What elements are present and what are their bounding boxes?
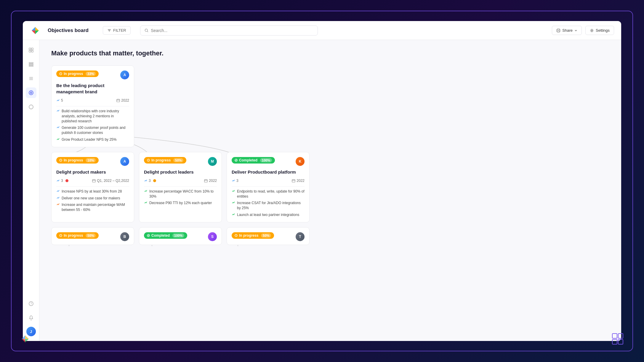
svg-point-11 xyxy=(591,30,593,31)
settings-button[interactable]: Settings xyxy=(585,26,614,35)
key-result-item: Increase percentage WACC from 10% to 30% xyxy=(144,189,217,199)
svg-point-24 xyxy=(31,92,31,93)
svg-marker-53 xyxy=(22,339,25,342)
kr-trend-icon-green xyxy=(56,137,60,141)
outer-border: Objectives board FILTER xyxy=(11,11,633,351)
card-avatar: S xyxy=(208,232,217,241)
card-header: In progress 50% M xyxy=(144,157,217,166)
level-0-row: In progress 33% A Be the leading product… xyxy=(51,65,609,147)
bottom-logo xyxy=(20,334,30,345)
svg-point-25 xyxy=(29,105,33,109)
svg-rect-14 xyxy=(29,50,31,52)
chevron-down-icon xyxy=(574,29,577,32)
bottom-right-icon xyxy=(612,333,624,346)
page-title: Objectives board xyxy=(48,28,89,33)
kr-trend-icon xyxy=(56,126,60,129)
card-header: In progress 50% B xyxy=(56,232,129,241)
sidebar: ? J xyxy=(23,40,39,341)
card-avatar: B xyxy=(120,232,129,241)
status-badge: In progress 50% xyxy=(232,232,274,239)
check-icon xyxy=(147,234,150,237)
key-result-item: Decrease P90 TTI by 12% each quarter xyxy=(144,201,217,206)
status-badge: Completed 100% xyxy=(232,157,275,164)
board-container: In progress 33% A Be the leading product… xyxy=(51,65,609,245)
status-label: In progress xyxy=(64,233,83,238)
status-label: In progress xyxy=(64,72,83,76)
clock-icon xyxy=(235,234,238,237)
sidebar-item-help[interactable]: ? xyxy=(26,298,36,309)
card-meta: 3 Q1, 2 xyxy=(56,179,129,183)
app-logo xyxy=(30,25,41,36)
sidebar-item-bell[interactable] xyxy=(26,313,36,323)
card-level2-1[interactable]: In progress 50% B xyxy=(51,227,134,245)
card-meta: 3 2022 xyxy=(144,179,217,183)
card-avatar: M xyxy=(208,157,217,166)
level-2-row: In progress 50% B xyxy=(51,227,609,245)
card-header: Completed 100% K xyxy=(232,157,305,166)
search-bar[interactable] xyxy=(140,25,318,36)
app-window: Objectives board FILTER xyxy=(23,21,621,341)
share-icon xyxy=(556,28,560,33)
svg-text:?: ? xyxy=(30,302,32,305)
card-level2-2[interactable]: Completed 100% S xyxy=(139,227,222,245)
key-result-item: Grow Product Leader NPS by 25% xyxy=(56,137,129,142)
sidebar-item-list[interactable] xyxy=(26,59,36,70)
clock-icon xyxy=(147,159,150,162)
search-input[interactable] xyxy=(151,28,313,33)
gear-icon xyxy=(590,28,594,33)
card-title: Delight product leaders xyxy=(144,169,217,175)
sidebar-item-compass[interactable] xyxy=(26,102,36,112)
key-result-item: Increase CSAT for Jira/ADO integrations … xyxy=(232,201,305,211)
clock-icon xyxy=(59,72,62,75)
card-avatar: A xyxy=(120,157,129,166)
share-button[interactable]: Share xyxy=(552,26,582,35)
card-delight-makers[interactable]: In progress 10% A Delight product makers xyxy=(51,152,134,222)
filter-button[interactable]: FILTER xyxy=(103,26,131,35)
kr-count: 3 xyxy=(144,179,156,183)
card-date: 2022 xyxy=(292,179,305,183)
status-percent: 10% xyxy=(86,158,96,162)
svg-rect-29 xyxy=(117,99,120,102)
card-be-leading-brand[interactable]: In progress 33% A Be the leading product… xyxy=(51,65,134,147)
calendar-icon xyxy=(116,99,120,102)
card-header: In progress 33% A xyxy=(56,71,129,79)
svg-rect-39 xyxy=(204,180,207,182)
svg-rect-56 xyxy=(618,334,623,338)
key-results: Increase NPS by at least 30% from 28 Del… xyxy=(56,189,129,212)
kr-trend-icon xyxy=(232,213,235,216)
svg-marker-2 xyxy=(32,31,35,34)
svg-rect-15 xyxy=(31,50,33,52)
main-layout: ? J Make products that ma xyxy=(23,40,621,341)
calendar-icon xyxy=(292,179,295,182)
sidebar-item-objectives[interactable] xyxy=(26,87,36,98)
status-percent: 33% xyxy=(86,72,96,76)
status-label: Completed xyxy=(239,158,257,162)
status-badge: In progress 50% xyxy=(144,157,186,164)
status-label: Completed xyxy=(151,233,170,238)
card-level2-3[interactable]: In progress 50% T xyxy=(227,227,310,245)
card-header: Completed 100% S xyxy=(144,232,217,241)
filter-label: FILTER xyxy=(113,28,126,33)
svg-rect-12 xyxy=(29,48,31,50)
svg-point-7 xyxy=(145,29,148,31)
search-icon xyxy=(145,28,148,33)
key-result-item: Increase NPS by at least 30% from 28 xyxy=(56,189,129,194)
kr-trend-icon-green xyxy=(144,189,148,193)
kr-trend-icon xyxy=(232,189,235,193)
sidebar-item-menu[interactable] xyxy=(26,73,36,84)
level-1-row: In progress 10% A Delight product makers xyxy=(51,152,609,222)
svg-rect-55 xyxy=(612,334,617,338)
status-badge: Completed 100% xyxy=(144,232,187,239)
card-delight-leaders[interactable]: In progress 50% M Delight product leader… xyxy=(139,152,222,222)
trend-icon xyxy=(56,99,60,102)
card-deliver-platform[interactable]: Completed 100% K Deliver Productboard pl… xyxy=(227,152,310,222)
svg-rect-13 xyxy=(31,48,33,50)
kr-trend-icon xyxy=(232,201,235,204)
filter-icon xyxy=(107,28,111,33)
card-title: Deliver Productboard platform xyxy=(232,169,305,175)
sidebar-item-grid[interactable] xyxy=(26,45,36,55)
kr-trend-icon xyxy=(56,109,60,113)
key-result-item: Increase and maintain percentage WAM bet… xyxy=(56,202,129,212)
status-percent: 50% xyxy=(86,233,96,238)
status-label: In progress xyxy=(239,233,258,238)
